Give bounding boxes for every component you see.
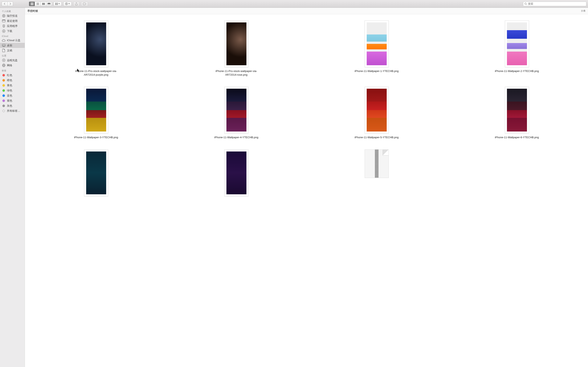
file-item[interactable]: iPhone-11-Wallpaper-1-YTECHB.png: [307, 20, 446, 76]
search-icon: [525, 3, 527, 5]
icloud-icon: [2, 39, 6, 42]
sidebar-item[interactable]: A应用程序: [0, 24, 25, 29]
sidebar-item[interactable]: 桌面: [0, 43, 25, 48]
file-thumbnail: [224, 20, 249, 67]
column-view-button[interactable]: [40, 2, 46, 6]
file-thumbnail: [84, 20, 108, 67]
search-input[interactable]: [528, 2, 585, 5]
action-button[interactable]: [63, 2, 72, 6]
file-name: iPhone-11-Wallpaper-2-YTECHB.png: [495, 69, 539, 73]
sidebar-item[interactable]: 隔空投送: [0, 13, 25, 18]
sidebar-item[interactable]: 紫色: [0, 98, 25, 103]
tag-dot-icon: [2, 94, 6, 98]
columns-icon: [42, 3, 45, 5]
file-name: iPhone-11-Wallpaper-4-YTECHB.png: [214, 136, 259, 139]
list-view-button[interactable]: [35, 2, 40, 6]
svg-rect-18: [57, 4, 58, 4]
file-item[interactable]: iPhone-11-Pro-stock-wallpaper-via-AR7201…: [27, 20, 165, 76]
svg-line-23: [526, 4, 527, 5]
icon-view-button[interactable]: [29, 2, 35, 6]
sidebar-item[interactable]: iCloud 云盘: [0, 38, 25, 43]
svg-rect-5: [36, 4, 39, 4]
sidebar-item[interactable]: 橙色: [0, 78, 25, 83]
airdrop-icon: [2, 14, 6, 18]
svg-rect-1: [32, 3, 33, 4]
sidebar-header: iCloud: [0, 34, 25, 38]
svg-point-35: [3, 60, 4, 61]
back-button[interactable]: [2, 2, 7, 6]
file-item[interactable]: iPhone-11-Wallpaper-2-YTECHB.png: [448, 20, 586, 76]
sidebar-item[interactable]: 网络: [0, 63, 25, 68]
sidebar-item-label: 下载: [7, 29, 12, 33]
sidebar-item[interactable]: 下载: [0, 29, 25, 34]
file-item[interactable]: [167, 150, 305, 198]
gallery-view-button[interactable]: [46, 2, 52, 6]
tag-dot-icon: [2, 83, 6, 87]
tag-dot-icon: [2, 78, 6, 82]
sidebar-item-label: iCloud 云盘: [7, 39, 20, 42]
svg-text:A: A: [3, 25, 4, 27]
tag-button[interactable]: [81, 2, 88, 6]
share-icon: [75, 2, 78, 5]
file-thumbnail: [505, 87, 529, 133]
file-name: iPhone-11-Wallpaper-1-YTECHB.png: [355, 69, 399, 73]
sidebar-item[interactable]: 所有标签…: [0, 108, 25, 113]
arrange-button[interactable]: [53, 2, 62, 6]
svg-point-34: [2, 59, 5, 62]
file-item[interactable]: iPhone-11-Wallpaper-6-YTECHB.png: [448, 87, 586, 139]
tag-dot-icon: [2, 99, 6, 103]
search-box[interactable]: [523, 2, 586, 6]
svg-rect-2: [31, 4, 32, 5]
tag-dot-icon: [2, 89, 6, 92]
recents-icon: [2, 19, 6, 23]
tag-dot-icon: [2, 109, 6, 113]
sidebar-item[interactable]: 蓝色: [0, 93, 25, 98]
svg-rect-12: [49, 4, 49, 5]
file-thumbnail: [365, 20, 389, 67]
file-name: iPhone-11-Wallpaper-3-YTECHB.png: [74, 136, 118, 139]
list-icon: [36, 3, 39, 5]
chevron-down-icon: [68, 3, 70, 4]
file-thumbnail: [84, 87, 108, 133]
svg-rect-14: [55, 3, 56, 4]
sidebar-item-label: 文稿: [7, 49, 12, 52]
chevron-down-icon: [58, 3, 60, 4]
sidebar[interactable]: 个人收藏隔空投送最近使用A应用程序下载iCloudiCloud 云盘桌面文稿位置…: [0, 8, 25, 367]
sidebar-item[interactable]: 文稿: [0, 48, 25, 53]
sidebar-item-label: 远程光盘: [7, 58, 17, 62]
file-name: iPhone-11-Pro-stock-wallpaper-via-AR7201…: [70, 69, 123, 76]
downloads-icon: [2, 29, 6, 33]
arrange-icon: [55, 3, 58, 5]
svg-rect-8: [43, 3, 44, 5]
forward-button[interactable]: [7, 2, 13, 6]
file-name: iPhone-11-Pro-stock-wallpaper-via-AR7201…: [210, 69, 263, 76]
file-item[interactable]: iPhone-11-Wallpaper-5-YTECHB.png: [307, 87, 446, 139]
svg-rect-31: [2, 44, 5, 46]
tag-dot-icon: [2, 73, 6, 77]
sidebar-item[interactable]: 灰色: [0, 103, 25, 108]
file-item[interactable]: iPhone-11-Wallpaper-4-YTECHB.png: [167, 87, 305, 139]
file-item[interactable]: [307, 150, 446, 198]
chevron-right-icon: [9, 3, 11, 5]
desktop-icon: [2, 44, 6, 47]
file-item[interactable]: iPhone-11-Wallpaper-3-YTECHB.png: [27, 87, 165, 139]
file-item[interactable]: iPhone-11-Pro-stock-wallpaper-via-AR7201…: [167, 20, 305, 76]
sidebar-item[interactable]: 绿色: [0, 88, 25, 93]
svg-rect-7: [42, 3, 43, 5]
sidebar-item[interactable]: 黄色: [0, 83, 25, 88]
network-icon: [2, 64, 6, 67]
content-area[interactable]: iPhone-11-Pro-stock-wallpaper-via-AR7201…: [25, 14, 588, 367]
svg-point-22: [525, 3, 526, 4]
collapse-link[interactable]: 折叠: [581, 9, 586, 12]
section-title: 早些时候: [27, 9, 38, 13]
file-item[interactable]: [27, 150, 165, 198]
share-button[interactable]: [73, 2, 79, 6]
sidebar-item[interactable]: 最近使用: [0, 18, 25, 24]
sidebar-header: 个人收藏: [0, 8, 25, 13]
disc-icon: [2, 58, 6, 62]
sidebar-header: 标签: [0, 68, 25, 73]
sidebar-item[interactable]: 红色: [0, 73, 25, 78]
file-thumbnail: [224, 150, 249, 196]
sidebar-item[interactable]: 远程光盘: [0, 58, 25, 63]
svg-rect-10: [48, 3, 51, 4]
